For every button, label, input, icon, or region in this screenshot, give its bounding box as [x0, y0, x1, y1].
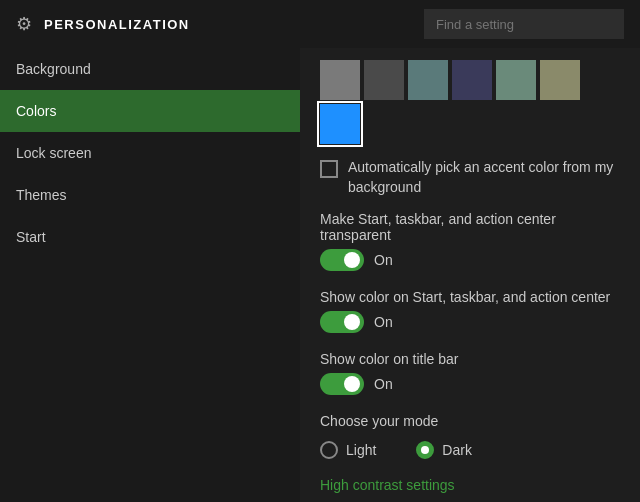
- swatch-gray2[interactable]: [364, 60, 404, 100]
- toggle-color-taskbar-knob: [344, 314, 360, 330]
- toggle-color-taskbar-row: On: [320, 311, 620, 333]
- app-title: PERSONALIZATION: [44, 17, 412, 32]
- mode-section: Choose your mode Light Dark: [320, 413, 620, 459]
- toggle-color-taskbar-section: Show color on Start, taskbar, and action…: [320, 289, 620, 333]
- toggle-transparent-section: Make Start, taskbar, and action center t…: [320, 211, 620, 271]
- mode-options: Light Dark: [320, 441, 620, 459]
- sidebar-item-background[interactable]: Background: [0, 48, 300, 90]
- mode-dark-label: Dark: [442, 442, 472, 458]
- sidebar: Background Colors Lock screen Themes Sta…: [0, 48, 300, 502]
- radio-light[interactable]: [320, 441, 338, 459]
- toggle-transparent-state: On: [374, 252, 393, 268]
- gear-icon: ⚙: [16, 13, 32, 35]
- mode-option-light[interactable]: Light: [320, 441, 376, 459]
- mode-option-dark[interactable]: Dark: [416, 441, 472, 459]
- toggle-transparent-label: Make Start, taskbar, and action center t…: [320, 211, 620, 243]
- toggle-color-title-label: Show color on title bar: [320, 351, 620, 367]
- swatch-olive[interactable]: [540, 60, 580, 100]
- app-header: ⚙ PERSONALIZATION: [0, 0, 640, 48]
- auto-pick-label: Automatically pick an accent color from …: [348, 158, 620, 197]
- content-area: Automatically pick an accent color from …: [300, 48, 640, 502]
- swatches-row-2: [320, 104, 620, 144]
- radio-dark-inner: [421, 446, 429, 454]
- toggle-color-title[interactable]: [320, 373, 364, 395]
- toggle-color-title-knob: [344, 376, 360, 392]
- swatch-navy[interactable]: [452, 60, 492, 100]
- toggle-transparent-row: On: [320, 249, 620, 271]
- sidebar-item-start[interactable]: Start: [0, 216, 300, 258]
- toggle-transparent-knob: [344, 252, 360, 268]
- toggle-color-title-row: On: [320, 373, 620, 395]
- high-contrast-link[interactable]: High contrast settings: [320, 477, 455, 493]
- toggle-color-taskbar-label: Show color on Start, taskbar, and action…: [320, 289, 620, 305]
- search-input[interactable]: [424, 9, 624, 39]
- auto-pick-row: Automatically pick an accent color from …: [320, 158, 620, 197]
- sidebar-item-lock-screen[interactable]: Lock screen: [0, 132, 300, 174]
- swatches-row-1: [320, 60, 620, 100]
- toggle-color-taskbar[interactable]: [320, 311, 364, 333]
- mode-title: Choose your mode: [320, 413, 620, 429]
- mode-light-label: Light: [346, 442, 376, 458]
- toggle-transparent[interactable]: [320, 249, 364, 271]
- radio-dark[interactable]: [416, 441, 434, 459]
- toggle-color-title-section: Show color on title bar On: [320, 351, 620, 395]
- swatch-gray1[interactable]: [320, 60, 360, 100]
- auto-pick-checkbox[interactable]: [320, 160, 338, 178]
- main-layout: Background Colors Lock screen Themes Sta…: [0, 48, 640, 502]
- swatch-teal[interactable]: [408, 60, 448, 100]
- sidebar-item-colors[interactable]: Colors: [0, 90, 300, 132]
- toggle-color-taskbar-state: On: [374, 314, 393, 330]
- swatch-green[interactable]: [496, 60, 536, 100]
- sidebar-item-themes[interactable]: Themes: [0, 174, 300, 216]
- toggle-color-title-state: On: [374, 376, 393, 392]
- swatch-blue-selected[interactable]: [320, 104, 360, 144]
